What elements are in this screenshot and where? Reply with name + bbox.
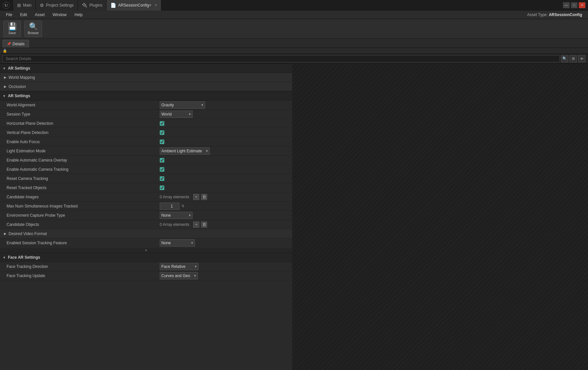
max-images-tracked-value: ⇅ <box>158 203 292 210</box>
env-capture-select[interactable]: None Manual Automatic <box>160 212 193 219</box>
browse-icon: 🔍 <box>29 23 38 30</box>
auto-focus-checkbox[interactable] <box>160 140 164 144</box>
details-tab[interactable]: 📌 Details <box>3 40 29 48</box>
env-capture-label: Environment Capture Probe Type <box>0 213 158 218</box>
occlusion-arrow-icon: ▶ <box>4 85 7 88</box>
tab-project-settings-icon: ⚙ <box>40 3 44 8</box>
candidate-images-add-button[interactable]: + <box>193 194 199 200</box>
tab-main-icon: ⊞ <box>17 3 21 8</box>
search-magnify-button[interactable]: 🔍 <box>561 55 568 62</box>
camera-overlay-value <box>158 158 292 163</box>
camera-overlay-row: Enable Automatic Camera Overlay <box>0 156 292 165</box>
session-tracking-select-wrapper: None PoseDetection SceneDepth ▼ <box>160 239 195 247</box>
camera-tracking-checkbox[interactable] <box>160 167 164 172</box>
menu-edit[interactable]: Edit <box>17 12 30 18</box>
vertical-plane-value <box>158 130 292 135</box>
candidate-objects-add-button[interactable]: + <box>193 222 199 228</box>
horizontal-plane-checkbox[interactable] <box>160 121 164 126</box>
candidate-images-delete-button[interactable]: 🗑 <box>201 194 207 200</box>
camera-tracking-label: Enable Automatic Camera Tracking <box>0 167 158 172</box>
occlusion-row[interactable]: ▶ Occlusion <box>0 82 292 91</box>
vertical-plane-checkbox[interactable] <box>160 130 164 135</box>
asset-type-label: Asset Type: <box>527 12 548 17</box>
session-tracking-select[interactable]: None PoseDetection SceneDepth <box>160 239 195 247</box>
close-button[interactable]: ✕ <box>579 2 585 8</box>
save-button[interactable]: 💾 Save <box>3 21 21 37</box>
candidate-images-label: Candidate Images <box>0 195 158 199</box>
auto-focus-label: Enable Auto Focus <box>0 140 158 144</box>
face-tracking-update-row: Face Tracking Update Curves and Geo Curv… <box>0 271 292 280</box>
tab-arsessionconfig-label: ARSessionConfig+ <box>118 3 151 8</box>
face-tracking-direction-row: Face Tracking Direction Face Relative Ca… <box>0 262 292 271</box>
menu-bar: File Edit Asset Window Help Asset Type: … <box>0 11 588 19</box>
grid-view-button[interactable]: ⊞ <box>570 55 577 62</box>
search-input[interactable] <box>3 55 560 62</box>
face-tracking-direction-select[interactable]: Face Relative Camera Relative <box>160 263 199 270</box>
ar-settings-section-2-header[interactable]: ▼ AR Settings <box>0 91 292 100</box>
camera-tracking-row: Enable Automatic Camera Tracking <box>0 165 292 174</box>
candidate-objects-value: 0 Array elements + 🗑 <box>158 222 292 228</box>
tab-arsessionconfig-close[interactable]: ✕ <box>154 3 157 7</box>
session-type-row: Session Type World Face Image Object ▼ <box>0 110 292 119</box>
reset-camera-checkbox[interactable] <box>160 176 164 181</box>
tab-bar: ⊞ Main ⚙ Project Settings 🔌 Plugins 📄 AR… <box>13 0 563 11</box>
save-label: Save <box>9 31 16 35</box>
face-tracking-update-select-wrapper: Curves and Geo Curves Only Geo Only ▼ <box>160 272 198 279</box>
face-tracking-update-label: Face Tracking Update <box>0 273 158 278</box>
light-estimation-label: Light Estimation Mode <box>0 149 158 153</box>
menu-file[interactable]: File <box>3 12 15 18</box>
number-spin-icon: ⇅ <box>181 204 184 208</box>
menu-window[interactable]: Window <box>49 12 70 18</box>
world-alignment-select[interactable]: Gravity Camera Gravity and Heading <box>160 101 205 109</box>
maximize-button[interactable]: □ <box>571 2 577 8</box>
ar-settings-1-title: AR Settings <box>8 66 30 71</box>
tab-plugins-label: Plugins <box>89 3 102 8</box>
ar-settings-2-arrow-icon: ▼ <box>3 94 6 98</box>
session-tracking-label: Enabled Session Tracking Feature <box>0 241 158 245</box>
face-ar-settings-header[interactable]: ▼ Face AR Settings <box>0 253 292 262</box>
face-tracking-direction-label: Face Tracking Direction <box>0 264 158 269</box>
ar-settings-section-1-header[interactable]: ▼ AR Settings <box>0 64 292 73</box>
candidate-objects-delete-button[interactable]: 🗑 <box>201 222 207 228</box>
world-alignment-value: Gravity Camera Gravity and Heading ▼ <box>158 101 292 109</box>
reset-tracked-checkbox[interactable] <box>160 185 164 190</box>
light-estimation-row: Light Estimation Mode Ambient Light Esti… <box>0 146 292 156</box>
session-tracking-value: None PoseDetection SceneDepth ▼ <box>158 239 292 247</box>
session-tracking-row: Enabled Session Tracking Feature None Po… <box>0 238 292 248</box>
tab-arsessionconfig[interactable]: 📄 ARSessionConfig+ ✕ <box>106 0 161 11</box>
browse-label: Browse <box>28 31 38 35</box>
tab-main[interactable]: ⊞ Main <box>13 0 36 11</box>
toolbar: 💾 Save 🔍 Browse <box>0 19 588 39</box>
env-capture-row: Environment Capture Probe Type None Manu… <box>0 211 292 220</box>
tab-plugins[interactable]: 🔌 Plugins <box>78 0 106 11</box>
tab-project-settings-label: Project Settings <box>46 3 74 8</box>
session-type-value: World Face Image Object ▼ <box>158 111 292 118</box>
eye-button[interactable]: 👁 <box>578 55 585 62</box>
details-tab-label: Details <box>12 42 25 46</box>
window-controls: — □ ✕ <box>563 2 585 8</box>
face-ar-title: Face AR Settings <box>8 255 40 260</box>
desired-video-format-row[interactable]: ▶ Desired Video Format <box>0 229 292 238</box>
light-estimation-select[interactable]: Ambient Light Estimate Directional None <box>160 147 210 155</box>
sub-icon-bar: 🔒 <box>0 48 588 54</box>
browse-button[interactable]: 🔍 Browse <box>24 21 42 37</box>
save-icon: 💾 <box>8 23 17 30</box>
max-images-tracked-input[interactable] <box>160 203 179 210</box>
minimize-button[interactable]: — <box>563 2 570 8</box>
lock-icon: 🔒 <box>3 49 7 53</box>
menu-asset[interactable]: Asset <box>32 12 48 18</box>
reset-camera-label: Reset Camera Tracking <box>0 176 158 181</box>
reset-tracked-value <box>158 185 292 190</box>
desired-video-format-arrow-icon: ▶ <box>4 232 7 235</box>
tab-main-label: Main <box>23 3 32 8</box>
settings-panel: ▼ AR Settings ▶ World Mapping ▶ Occlusio… <box>0 64 292 370</box>
right-panel <box>292 64 588 370</box>
session-type-select[interactable]: World Face Image Object <box>160 111 193 118</box>
tab-project-settings[interactable]: ⚙ Project Settings <box>36 0 78 11</box>
candidate-images-count: 0 Array elements <box>160 195 189 199</box>
face-tracking-update-value: Curves and Geo Curves Only Geo Only ▼ <box>158 272 292 279</box>
world-mapping-row[interactable]: ▶ World Mapping <box>0 73 292 82</box>
face-tracking-update-select[interactable]: Curves and Geo Curves Only Geo Only <box>160 272 198 279</box>
camera-overlay-checkbox[interactable] <box>160 158 164 163</box>
menu-help[interactable]: Help <box>71 12 86 18</box>
